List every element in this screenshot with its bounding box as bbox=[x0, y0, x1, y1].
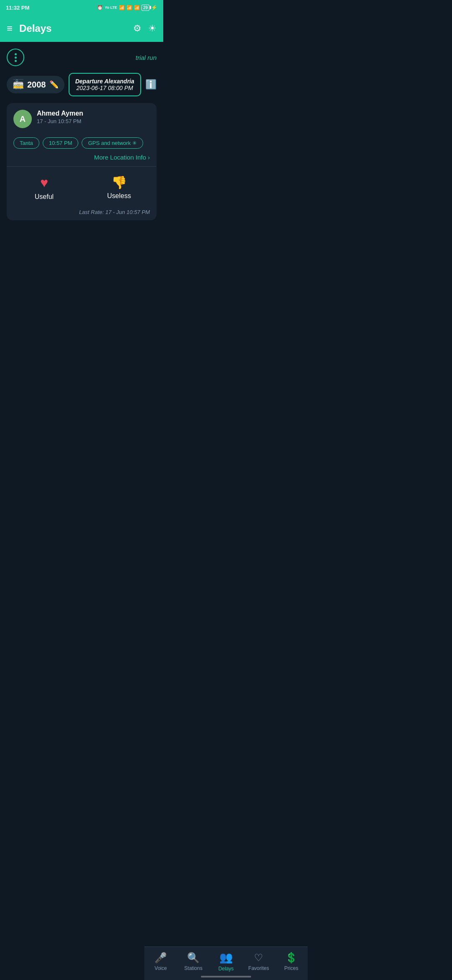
trial-run-label: trial run bbox=[136, 54, 157, 61]
app-title: Delays bbox=[19, 23, 133, 34]
report-info: Ahmed Aymen 17 - Jun 10:57 PM bbox=[37, 110, 150, 124]
signal-icon-1: 📶 bbox=[119, 5, 125, 10]
three-dots-button[interactable] bbox=[7, 49, 24, 66]
alarm-icon: ⏰ bbox=[97, 5, 103, 10]
more-location-button[interactable]: More Location Info › bbox=[94, 154, 150, 161]
dot-1 bbox=[15, 53, 17, 55]
top-row: trial run bbox=[7, 49, 157, 66]
app-bar: ≡ Delays ⚙ ☀ bbox=[0, 15, 163, 42]
wifi-icon: 📶 bbox=[134, 5, 140, 10]
useless-button[interactable]: 👎 Useless bbox=[82, 172, 157, 204]
app-bar-icons: ⚙ ☀ bbox=[133, 23, 157, 34]
heart-icon: ♥ bbox=[40, 175, 48, 191]
useful-label: Useful bbox=[35, 193, 54, 201]
signal-icon-2: 📶 bbox=[126, 5, 132, 10]
tag-location[interactable]: Tanta bbox=[13, 137, 39, 149]
tag-time[interactable]: 10:57 PM bbox=[43, 137, 79, 149]
main-content: trial run 🚋 2008 ✏️ Departure Alexandria… bbox=[0, 42, 163, 227]
charging-icon: ⚡ bbox=[151, 5, 157, 10]
departure-title: Departure Alexandria bbox=[75, 78, 135, 85]
status-time: 11:32 PM bbox=[6, 5, 29, 11]
avatar: A bbox=[13, 110, 32, 128]
train-icon: 🚋 bbox=[13, 79, 24, 90]
info-icon[interactable]: ℹ️ bbox=[145, 79, 157, 90]
train-number: 2008 bbox=[27, 80, 46, 90]
tag-gps[interactable]: GPS and network ✳ bbox=[82, 137, 143, 149]
departure-box[interactable]: Departure Alexandria 2023-06-17 08:00 PM bbox=[69, 73, 141, 96]
more-location-row: More Location Info › bbox=[7, 149, 157, 166]
report-card: A Ahmed Aymen 17 - Jun 10:57 PM Tanta 10… bbox=[7, 103, 157, 220]
status-icons: ⏰ Yo LTE 📶 📶 📶 29 ⚡ bbox=[97, 5, 157, 11]
battery-indicator: 29 bbox=[141, 5, 149, 11]
reporter-name: Ahmed Aymen bbox=[37, 110, 150, 117]
status-bar: 11:32 PM ⏰ Yo LTE 📶 📶 📶 29 ⚡ bbox=[0, 0, 163, 15]
lte-icon: Yo LTE bbox=[105, 5, 117, 10]
edit-icon[interactable]: ✏️ bbox=[49, 80, 59, 89]
report-time: 17 - Jun 10:57 PM bbox=[37, 118, 150, 124]
departure-datetime: 2023-06-17 08:00 PM bbox=[75, 85, 135, 91]
settings-icon[interactable]: ⚙ bbox=[133, 23, 141, 34]
tags-row: Tanta 10:57 PM GPS and network ✳ bbox=[7, 137, 157, 149]
theme-icon[interactable]: ☀ bbox=[148, 23, 157, 34]
last-rate-text: Last Rate: 17 - Jun 10:57 PM bbox=[7, 209, 157, 220]
menu-icon[interactable]: ≡ bbox=[7, 23, 13, 34]
report-header: A Ahmed Aymen 17 - Jun 10:57 PM bbox=[7, 103, 157, 133]
useless-label: Useless bbox=[107, 192, 131, 200]
train-number-box[interactable]: 🚋 2008 ✏️ bbox=[7, 76, 64, 93]
dot-3 bbox=[15, 60, 17, 62]
train-info-row: 🚋 2008 ✏️ Departure Alexandria 2023-06-1… bbox=[7, 73, 157, 96]
more-location-label: More Location Info bbox=[94, 154, 146, 161]
dot-2 bbox=[15, 57, 17, 59]
useful-button[interactable]: ♥ Useful bbox=[7, 172, 82, 204]
thumbsdown-icon: 👎 bbox=[111, 175, 127, 190]
rating-row: ♥ Useful 👎 Useless bbox=[7, 167, 157, 209]
chevron-right-icon: › bbox=[148, 154, 150, 161]
